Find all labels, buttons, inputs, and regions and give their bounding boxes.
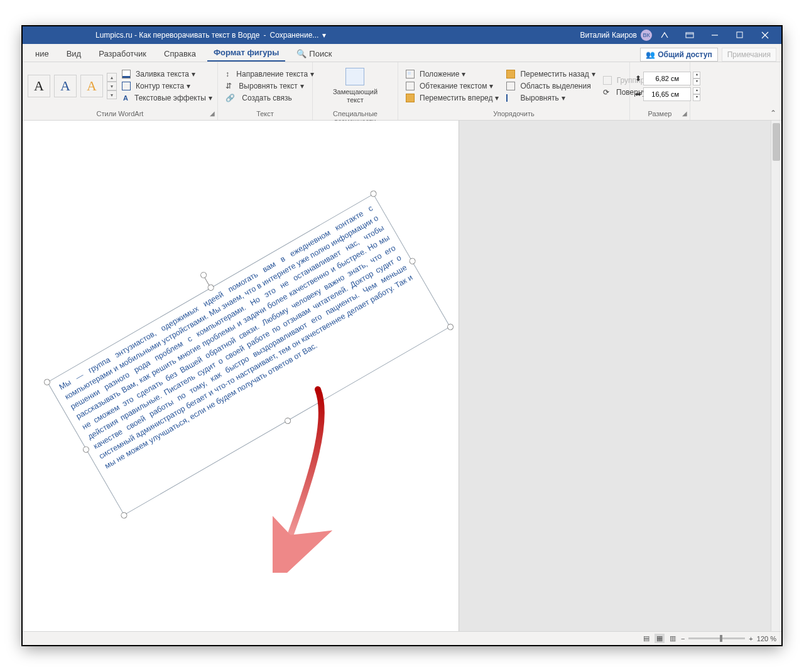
- page[interactable]: Мы — группа энтузиастов, одержимых идеей…: [23, 121, 459, 633]
- chevron-down-icon[interactable]: ▾: [322, 31, 326, 40]
- share-icon: 👥: [646, 50, 655, 59]
- alt-text-button[interactable]: Замещающий текст: [327, 65, 384, 107]
- comments-label: Примечания: [727, 50, 771, 59]
- alt-text-icon: [345, 68, 364, 85]
- share-label: Общий доступ: [658, 50, 712, 59]
- height-input[interactable]: [643, 72, 691, 85]
- comments-button[interactable]: Примечания: [722, 48, 776, 62]
- group-label-size: Размер: [648, 110, 672, 117]
- tab-developer[interactable]: Разработчик: [92, 45, 153, 62]
- ribbon-tabs: ние Вид Разработчик Справка Формат фигур…: [23, 44, 781, 62]
- text-direction-button[interactable]: ↕ Направление текста ▾: [223, 68, 317, 80]
- bring-forward-icon: [406, 94, 415, 102]
- ribbon: A A A ▴▾▾ Заливка текста ▾ Контур текста…: [23, 62, 781, 121]
- dialog-launcher-icon[interactable]: ◢: [682, 110, 687, 117]
- group-label-wordart: Стили WordArt: [97, 110, 144, 117]
- text-outline-button[interactable]: Контур текста ▾: [119, 80, 215, 92]
- position-button[interactable]: Положение ▾: [403, 68, 501, 80]
- titlebar: Lumpics.ru - Как переворачивать текст в …: [23, 26, 781, 44]
- bring-forward-button[interactable]: Переместить вперед ▾: [403, 92, 501, 104]
- text-direction-icon: ↕: [225, 70, 229, 79]
- search-icon: 🔍: [296, 49, 307, 58]
- group-icon: [603, 76, 612, 85]
- user-account[interactable]: Виталий Каиров ВК: [580, 30, 652, 41]
- tab-partial[interactable]: ние: [29, 45, 55, 62]
- rotate-icon: ⟳: [603, 88, 609, 97]
- vertical-scrollbar[interactable]: [771, 121, 781, 633]
- read-mode-icon[interactable]: ▤: [643, 634, 649, 642]
- rotated-textbox[interactable]: Мы — группа энтузиастов, одержимых идеей…: [47, 193, 450, 515]
- zoom-value[interactable]: 120 %: [757, 635, 776, 642]
- search-box[interactable]: 🔍 Поиск: [290, 45, 338, 62]
- svg-rect-0: [686, 33, 693, 38]
- user-name: Виталий Каиров: [580, 31, 637, 40]
- minimize-button[interactable]: [702, 26, 727, 44]
- height-icon: ⬍: [635, 74, 641, 83]
- text-fill-button[interactable]: Заливка текста ▾: [119, 68, 215, 80]
- textbox-content[interactable]: Мы — группа энтузиастов, одержимых идеей…: [47, 193, 450, 515]
- send-backward-button[interactable]: Переместить назад ▾: [504, 68, 597, 80]
- text-effects-icon: A: [122, 94, 129, 102]
- zoom-in-icon[interactable]: +: [749, 635, 752, 642]
- group-label-accessibility: Специальные возможности: [313, 110, 398, 120]
- align-text-button[interactable]: ⇵ Выровнять текст ▾: [223, 80, 317, 92]
- chevron-down-icon: ▾: [209, 94, 212, 102]
- dialog-launcher-icon[interactable]: ◢: [210, 110, 215, 117]
- selection-pane-icon: [506, 82, 515, 90]
- statusbar: ▤ ▦ ▥ − + 120 %: [23, 631, 781, 645]
- web-layout-icon[interactable]: ▥: [670, 634, 676, 642]
- save-status: Сохранение...: [270, 31, 319, 40]
- position-icon: [406, 70, 415, 79]
- collapse-ribbon-icon[interactable]: ⌃: [770, 109, 776, 117]
- avatar: ВК: [641, 30, 652, 41]
- close-button[interactable]: [752, 26, 778, 44]
- tab-view[interactable]: Вид: [60, 45, 88, 62]
- simplify-ribbon-button[interactable]: [652, 26, 677, 44]
- create-link-button[interactable]: 🔗 Создать связь: [223, 92, 317, 104]
- document-area[interactable]: Мы — группа энтузиастов, одержимых идеей…: [23, 121, 781, 633]
- group-label-text: Текст: [218, 110, 312, 120]
- document-name: Lumpics.ru - Как переворачивать текст в …: [95, 31, 260, 40]
- align-text-icon: ⇵: [225, 82, 232, 90]
- print-layout-icon[interactable]: ▦: [655, 634, 665, 643]
- share-button[interactable]: 👥 Общий доступ: [640, 48, 718, 62]
- wrap-icon: [406, 82, 415, 90]
- send-backward-icon: [506, 70, 515, 79]
- width-input[interactable]: [643, 87, 691, 101]
- text-effects-button[interactable]: AТекстовые эффекты ▾: [119, 92, 215, 104]
- wordart-style-1[interactable]: A: [28, 75, 50, 97]
- selection-pane-button[interactable]: Область выделения: [504, 80, 597, 92]
- zoom-out-icon[interactable]: −: [681, 635, 685, 642]
- document-title: Lumpics.ru - Как переворачивать текст в …: [95, 31, 326, 40]
- chevron-down-icon: ▾: [192, 70, 195, 79]
- rotation-handle[interactable]: [199, 271, 208, 279]
- tab-shape-format[interactable]: Формат фигуры: [207, 44, 285, 62]
- zoom-slider[interactable]: [688, 637, 745, 639]
- text-fill-icon: [122, 70, 131, 79]
- text-outline-icon: [122, 82, 131, 90]
- scrollbar-thumb[interactable]: [773, 123, 780, 161]
- zoom-control[interactable]: − + 120 %: [681, 635, 776, 642]
- maximize-button[interactable]: [727, 26, 752, 44]
- link-icon: 🔗: [225, 94, 235, 102]
- gallery-scroll[interactable]: ▴▾▾: [107, 73, 117, 99]
- search-label: Поиск: [309, 49, 332, 58]
- wordart-gallery[interactable]: A A A ▴▾▾: [28, 73, 117, 99]
- align-button[interactable]: Выровнять ▾: [504, 92, 597, 104]
- align-icon: [506, 94, 515, 102]
- svg-rect-3: [737, 32, 742, 38]
- wordart-style-3[interactable]: A: [80, 75, 103, 97]
- chevron-down-icon: ▾: [187, 82, 190, 90]
- width-icon: ⬌: [635, 90, 641, 99]
- tab-help[interactable]: Справка: [158, 45, 202, 62]
- wordart-style-2[interactable]: A: [54, 75, 77, 97]
- app-window: Lumpics.ru - Как переворачивать текст в …: [23, 26, 781, 645]
- ribbon-display-button[interactable]: [677, 26, 702, 44]
- group-label-arrange: Упорядочить: [398, 110, 629, 120]
- wrap-text-button[interactable]: Обтекание текстом ▾: [403, 80, 501, 92]
